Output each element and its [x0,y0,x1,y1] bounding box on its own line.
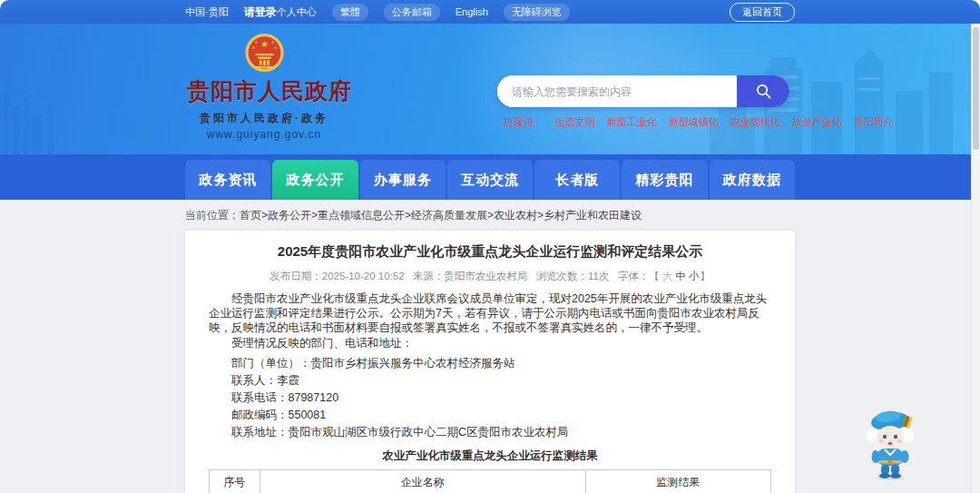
font-size-small-button[interactable]: 小 [689,271,700,281]
views-label: 浏览次数： [536,271,589,281]
english-link[interactable]: English [456,6,488,17]
search-icon [755,83,772,100]
source-value: 贵阳市农业农村局 [444,271,527,281]
contact-postcode: 邮政编码：550081 [209,407,771,424]
search-area: 热搜词： 生态文明 新型工业化 新型城镇化 农业现代化 旅游产业化 贵阳简介 [497,75,789,129]
font-label: 字体： [618,271,650,281]
svg-text:★: ★ [270,40,274,44]
hot-search-row: 热搜词： 生态文明 新型工业化 新型城镇化 农业现代化 旅游产业化 贵阳简介 [497,115,789,129]
back-home-button[interactable]: 返回首页 [730,3,795,22]
main-content: 当前位置：首页>政务公开>重点领域信息公开>经济高质量发展>农业农村>乡村产业和… [0,200,980,493]
region-link[interactable]: 中国·贵阳 [185,5,229,19]
login-personal-center[interactable]: 请登录个人中心 [244,5,317,20]
breadcrumb-path[interactable]: 首页>政务公开>重点领域信息公开>经济高质量发展>农业农村>乡村产业和农田建设 [240,209,642,222]
site-title[interactable]: 贵阳市人民政府 [187,76,341,106]
bracket-close: 】 [700,271,710,281]
official-mail-link[interactable]: 公务邮箱 [384,4,440,21]
nav-tab-highlights[interactable]: 精彩贵阳 [622,160,707,200]
article-paragraph-2: 受理情况反映的部门、电话和地址： [209,336,771,350]
nav-tab-news[interactable]: 政务资讯 [185,160,270,200]
login-link[interactable]: 请登录 [244,5,277,20]
mascot-assistant[interactable] [860,409,920,481]
nav-tab-interaction[interactable]: 互动交流 [447,160,533,200]
cityscape-left-decoration [0,64,127,154]
table-header-row: 序号 企业名称 监测结果 [210,470,771,493]
scrollbar-thumb[interactable] [973,27,979,150]
svg-text:★: ★ [251,45,255,50]
hot-word-4[interactable]: 农业现代化 [730,115,780,129]
header-serial: 序号 [210,470,260,493]
publish-date-label: 发布日期： [270,271,322,281]
hot-word-5[interactable]: 旅游产业化 [792,115,842,129]
table-caption: 农业产业化市级重点龙头企业运行监测结果 [209,449,771,464]
svg-text:★: ★ [254,40,258,44]
breadcrumb: 当前位置：首页>政务公开>重点领域信息公开>经济高质量发展>农业农村>乡村产业和… [185,208,795,223]
browser-page: 中国·贵阳 请登录个人中心 繁體 公务邮箱 English 无障碍浏览 返回首页 [0,0,980,493]
svg-text:★: ★ [260,39,268,49]
svg-text:★: ★ [273,45,277,50]
article-title: 2025年度贵阳市农业产业化市级重点龙头企业运行监测和评定结果公示 [209,242,771,261]
nav-tab-gov-data[interactable]: 政府数据 [710,160,795,200]
contact-info-block: 部门（单位）：贵阳市乡村振兴服务中心农村经济服务站 联系人：李霞 联系电话：87… [209,355,771,441]
source-label: 来源： [413,271,445,281]
site-banner: ★ ★ ★ ★ ★ 贵阳市人民政府 贵阳市人民政府·政务 www.guiyang [0,24,980,154]
nav-tab-gov-disclosure[interactable]: 政务公开 [272,160,358,200]
bracket-open: 【 [649,271,660,281]
monitoring-result-table: 序号 企业名称 监测结果 1 贵州合力超市采购有限公司 合格 2 贵州友禾种业有… [209,469,771,493]
search-button[interactable] [737,75,789,107]
header-company: 企业名称 [260,470,585,493]
contact-person: 联系人：李霞 [209,372,771,389]
main-navigation: 政务资讯 政务公开 办事服务 互动交流 长者版 精彩贵阳 政府数据 [0,154,980,200]
nav-tab-services[interactable]: 办事服务 [360,160,446,200]
contact-address: 联系地址：贵阳市观山湖区市级行政中心二期C区贵阳市农业农村局 [209,424,771,441]
search-input[interactable] [497,75,737,107]
contact-phone: 联系电话：87987120 [209,389,771,407]
article-card: 2025年度贵阳市农业产业化市级重点龙头企业运行监测和评定结果公示 发布日期：2… [185,231,795,493]
article-paragraph-1: 经贵阳市农业产业化市级重点龙头企业联席会议成员单位审定，现对2025年开展的农业… [209,291,771,335]
national-emblem-icon: ★ ★ ★ ★ ★ [244,30,285,75]
font-size-large-button[interactable]: 大 [662,271,673,281]
publish-date-value: 2025-10-20 10:52 [322,271,405,281]
header-result: 监测结果 [585,470,770,493]
hot-word-2[interactable]: 新型工业化 [607,115,657,129]
scrollbar-track[interactable] [971,24,980,493]
site-logo[interactable]: ★ ★ ★ ★ ★ 贵阳市人民政府 贵阳市人民政府·政务 www.guiyang [187,30,341,141]
hot-word-6[interactable]: 贵阳简介 [854,115,894,129]
font-size-medium-button[interactable]: 中 [675,271,686,281]
site-subtitle: 贵阳市人民政府·政务 [187,111,341,126]
hot-search-label: 热搜词： [504,115,544,129]
traditional-chinese-toggle[interactable]: 繁體 [332,4,368,21]
accessibility-link[interactable]: 无障碍浏览 [504,4,570,21]
article-meta: 发布日期：2025-10-20 10:52 来源：贵阳市农业农村局 浏览次数：1… [209,270,771,283]
hot-word-1[interactable]: 生态文明 [555,115,595,129]
hot-word-3[interactable]: 新型城镇化 [669,115,719,129]
views-value: 11次 [588,271,609,281]
breadcrumb-label: 当前位置： [185,209,240,222]
font-size-control: 字体：【大中小】 [618,271,710,281]
contact-department: 部门（单位）：贵阳市乡村振兴服务中心农村经济服务站 [209,355,771,372]
nav-tab-senior[interactable]: 长者版 [534,160,620,200]
personal-center-link[interactable]: 个人中心 [277,5,317,19]
site-url: www.guiyang.gov.cn [187,128,341,141]
top-utility-bar: 中国·贵阳 请登录个人中心 繁體 公务邮箱 English 无障碍浏览 返回首页 [0,0,980,24]
